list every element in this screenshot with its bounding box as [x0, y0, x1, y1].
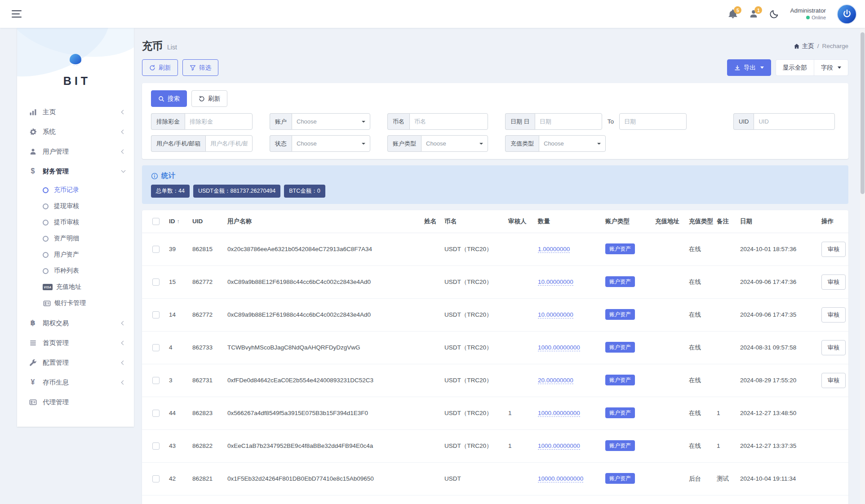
- date-to-input[interactable]: [619, 113, 687, 130]
- sidebar-subitem[interactable]: 银行卡管理: [17, 295, 134, 311]
- sidebar-item[interactable]: 用户管理: [17, 141, 134, 161]
- status-select[interactable]: Choose: [292, 135, 370, 152]
- exclude-bonus-input[interactable]: [185, 113, 253, 130]
- select-all-checkbox[interactable]: [152, 218, 160, 225]
- table-row: 398628150x20c38786eeAe6321b0542084eC7291…: [142, 233, 848, 265]
- sidebar-item[interactable]: 主页: [17, 102, 134, 122]
- bitcoin-icon: ฿: [29, 319, 37, 327]
- column-header[interactable]: 充值地址: [651, 210, 684, 233]
- amount-link[interactable]: 10.00000000: [538, 279, 573, 286]
- row-checkbox[interactable]: [152, 279, 160, 286]
- show-all-button[interactable]: 显示全部: [776, 59, 814, 76]
- sidebar-subitem[interactable]: 币种列表: [17, 263, 134, 279]
- audit-button[interactable]: 审核: [821, 340, 846, 355]
- column-header[interactable]: 数量: [533, 210, 601, 233]
- sidebar-item[interactable]: ¥存币生息: [17, 372, 134, 392]
- account-type-badge: 账户资产: [605, 276, 635, 287]
- reset-icon: [199, 96, 205, 102]
- sidebar-item[interactable]: 系统: [17, 122, 134, 141]
- filter-button[interactable]: 筛选: [182, 59, 218, 76]
- sidebar-item[interactable]: 配置管理: [17, 353, 134, 372]
- export-button[interactable]: 导出: [727, 59, 771, 76]
- sidebar-subitem[interactable]: 资产明细: [17, 230, 134, 247]
- cell-remark: 1: [712, 429, 736, 462]
- audit-button[interactable]: 审核: [821, 373, 846, 388]
- cell-username: 0xEeC1aB7b2347952BE9c4f8aBBe32dd4FB94E0c…: [223, 429, 420, 462]
- username-input[interactable]: [205, 135, 253, 152]
- cell-uid: 862822: [188, 429, 223, 462]
- column-header[interactable]: 用户名称: [223, 210, 420, 233]
- amount-link[interactable]: 1.00000000: [538, 246, 570, 253]
- row-checkbox[interactable]: [152, 246, 160, 253]
- amount-link[interactable]: 1000.00000000: [538, 344, 580, 351]
- scrollbar-thumb[interactable]: [861, 32, 865, 194]
- column-header[interactable]: 姓名: [420, 210, 440, 233]
- idcard-icon: [29, 398, 37, 406]
- bell-icon[interactable]: 5: [728, 9, 738, 19]
- column-header[interactable]: 账户类型: [601, 210, 651, 233]
- fields-button[interactable]: 字段: [814, 59, 848, 76]
- account-select[interactable]: Choose: [292, 113, 370, 130]
- sidebar-item[interactable]: 首页管理: [17, 333, 134, 353]
- amount-link[interactable]: 1000.00000000: [538, 410, 580, 417]
- sidebar-item[interactable]: $财务管理: [17, 161, 134, 181]
- account-type-select[interactable]: Choose: [421, 135, 488, 152]
- menu-toggle-icon[interactable]: [12, 10, 22, 18]
- column-header[interactable]: 审核人: [504, 210, 533, 233]
- row-checkbox[interactable]: [152, 475, 160, 482]
- row-checkbox[interactable]: [152, 311, 160, 318]
- cell-name: [420, 233, 440, 265]
- sidebar-item[interactable]: ฿期权交易: [17, 313, 134, 333]
- radio-icon: [43, 220, 49, 225]
- column-header[interactable]: 日期: [736, 210, 817, 233]
- sidebar-item[interactable]: 代理管理: [17, 392, 134, 412]
- row-checkbox[interactable]: [152, 377, 160, 384]
- sidebar-subitem[interactable]: VISA充值地址: [17, 279, 134, 295]
- row-checkbox[interactable]: [152, 410, 160, 417]
- reset-button[interactable]: 刷新: [191, 90, 227, 107]
- table-row: 448628230x566267a4df8549f5a3915E075B3b15…: [142, 397, 848, 429]
- sidebar-subitem[interactable]: 充币记录: [17, 182, 134, 198]
- funnel-icon: [190, 65, 196, 71]
- amount-link[interactable]: 10.00000000: [538, 311, 573, 318]
- column-header[interactable]: UID: [188, 210, 223, 233]
- avatar[interactable]: [837, 4, 857, 24]
- cell-id: 4: [164, 331, 188, 364]
- amount-link[interactable]: 1000.00000000: [538, 442, 580, 450]
- amount-link[interactable]: 10000.00000000: [538, 475, 583, 482]
- row-checkbox[interactable]: [152, 344, 160, 351]
- column-header[interactable]: 备注: [712, 210, 736, 233]
- column-header[interactable]: 操作: [817, 210, 848, 233]
- amount-link[interactable]: 20.00000000: [538, 377, 573, 384]
- column-header[interactable]: 充值类型: [684, 210, 712, 233]
- cell-uid: 862772: [188, 265, 223, 298]
- sidebar-subitem[interactable]: 提现审核: [17, 198, 134, 214]
- audit-button[interactable]: 审核: [821, 307, 846, 323]
- logo[interactable]: BIT: [17, 28, 134, 88]
- sidebar-item-label: 首页管理: [43, 339, 122, 347]
- account-type-badge: 账户资产: [605, 407, 635, 418]
- recharge-type-select[interactable]: Choose: [539, 135, 606, 152]
- sidebar-subitem[interactable]: 用户资产: [17, 247, 134, 263]
- audit-button[interactable]: 审核: [821, 274, 846, 290]
- row-checkbox[interactable]: [152, 442, 160, 450]
- date-from-input[interactable]: [535, 113, 602, 130]
- cell-coin: USDT: [440, 462, 504, 495]
- dark-mode-moon-icon[interactable]: [769, 9, 779, 19]
- sidebar-subitem[interactable]: 提币审核: [17, 214, 134, 230]
- audit-button[interactable]: 审核: [821, 242, 846, 257]
- refresh-button[interactable]: 刷新: [142, 59, 178, 76]
- cell-account-type: 账户资产: [601, 265, 651, 298]
- column-header[interactable]: ID↑: [164, 210, 188, 233]
- account-type-badge: 账户资产: [605, 440, 635, 451]
- chevron-icon: [121, 168, 126, 173]
- column-header[interactable]: 币名: [440, 210, 504, 233]
- breadcrumb-home-link[interactable]: 主页: [794, 42, 814, 50]
- coin-input[interactable]: [409, 113, 488, 130]
- search-button[interactable]: 搜索: [151, 90, 187, 107]
- uid-input[interactable]: [754, 113, 835, 130]
- sidebar-menu: 主页系统用户管理$财务管理充币记录提现审核提币审核资产明细用户资产币种列表VIS…: [17, 102, 134, 412]
- cell-auditor: [504, 233, 533, 265]
- cell-date: 2024-12-27 13:37:35: [736, 429, 817, 462]
- user-notification-icon[interactable]: 1: [749, 9, 759, 19]
